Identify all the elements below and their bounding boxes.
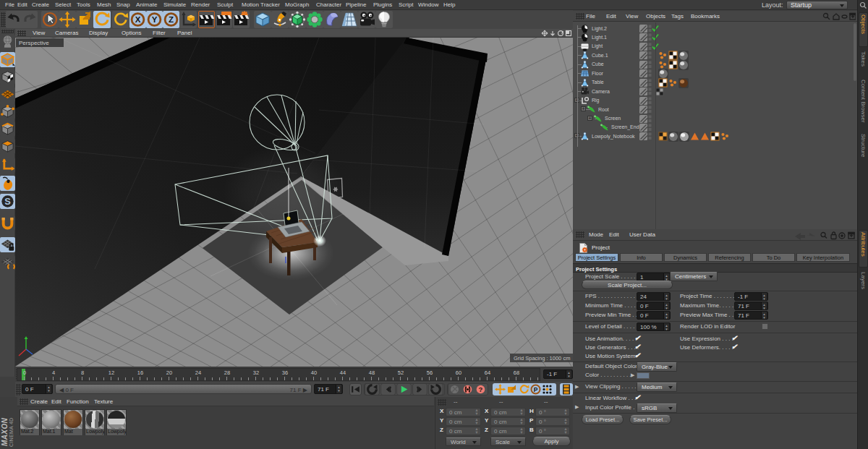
svg-text:S: S bbox=[4, 196, 11, 207]
svg-text:X: X bbox=[135, 15, 141, 24]
svg-text:Z: Z bbox=[169, 15, 174, 24]
svg-text:?: ? bbox=[479, 385, 483, 393]
svg-text:P: P bbox=[534, 386, 538, 393]
svg-text:Y: Y bbox=[152, 15, 158, 24]
